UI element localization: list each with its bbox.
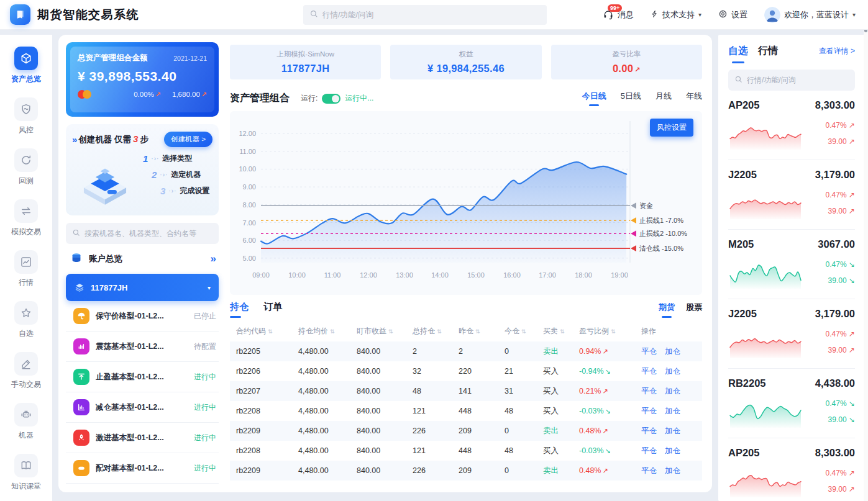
cell-ratio: -0.03%↘	[579, 446, 641, 455]
sort-icon[interactable]: ⇅	[388, 328, 393, 335]
tab-今日线[interactable]: 今日线	[582, 91, 606, 106]
tab-持仓[interactable]: 持仓	[230, 301, 249, 318]
column-header[interactable]: 盈亏比例⇅	[579, 326, 641, 336]
sort-icon[interactable]: ⇅	[521, 328, 526, 335]
quote-card[interactable]: J22053,179.000.47% ↗39.00 ↗	[728, 299, 855, 369]
add-position-link[interactable]: 加仓	[665, 446, 680, 456]
tab-年线[interactable]: 年线	[686, 91, 702, 106]
close-position-link[interactable]: 平仓	[641, 446, 657, 456]
close-position-link[interactable]: 平仓	[641, 366, 657, 377]
quote-card[interactable]: RB22054,438.000.47% ↘39.00 ↘	[728, 369, 855, 438]
user-menu[interactable]: 欢迎你，蓝蓝设计 ▾	[764, 7, 856, 23]
quote-price: 8,303.00	[815, 447, 855, 459]
column-header[interactable]: 持仓均价⇅	[298, 326, 357, 336]
chart-bars-icon	[73, 399, 89, 415]
add-position-link[interactable]: 加仓	[665, 406, 680, 417]
quote-card[interactable]: AP2058,303.000.47% ↗39.00 ↗	[728, 438, 855, 501]
tab-5日线[interactable]: 5日线	[621, 91, 641, 106]
cell-actions: 平仓加仓	[641, 446, 696, 456]
tab-自选[interactable]: 自选	[728, 45, 748, 63]
svg-text:15:00: 15:00	[467, 271, 485, 279]
search-icon	[309, 9, 318, 20]
tab-月线[interactable]: 月线	[656, 91, 672, 106]
support-menu[interactable]: 技术支持 ▾	[651, 9, 701, 20]
close-position-link[interactable]: 平仓	[641, 346, 657, 357]
sort-icon[interactable]: ⇅	[330, 328, 335, 335]
quote-symbol: J2205	[728, 308, 757, 320]
quote-card[interactable]: AP2058,303.000.47% ↗39.00 ↗	[728, 91, 855, 160]
sidebar-item-label: 自选	[19, 328, 34, 339]
robot-list-item[interactable]: 保守价格型-01-L2...已停止	[66, 301, 219, 332]
robot-search-input[interactable]	[85, 229, 212, 238]
cell-avg-price: 4,480.00	[298, 367, 357, 376]
view-details-link[interactable]: 查看详情 >	[819, 46, 855, 62]
global-search-input[interactable]	[322, 11, 541, 19]
messages-button[interactable]: 99+ 消息	[603, 9, 634, 20]
sidebar-item-assets[interactable]: 资产总览	[0, 42, 52, 89]
sort-icon[interactable]: ⇅	[437, 328, 442, 335]
quote-symbol: AP205	[728, 99, 759, 111]
settings-button[interactable]: 设置	[718, 9, 747, 20]
add-position-link[interactable]: 加仓	[665, 466, 680, 476]
robot-icon	[14, 403, 38, 427]
tab-订单[interactable]: 订单	[263, 301, 282, 318]
tab-期货[interactable]: 期货	[659, 302, 675, 318]
quote-card[interactable]: M2053067.000.47% ↘39.00 ↘	[728, 230, 855, 299]
column-header[interactable]: 总持仓⇅	[413, 326, 459, 336]
column-header[interactable]: 今仓⇅	[505, 326, 543, 336]
add-position-link[interactable]: 加仓	[665, 386, 680, 397]
active-account-selector[interactable]: 117877JH ▾	[66, 274, 219, 301]
robot-list-item[interactable]: 震荡基本型-01-L2...待配置	[66, 332, 219, 362]
close-position-link[interactable]: 平仓	[641, 386, 657, 397]
column-header[interactable]: 合约代码⇅	[236, 326, 298, 336]
cell-avg-price: 4,480.00	[298, 466, 357, 475]
add-position-link[interactable]: 加仓	[665, 366, 680, 377]
add-position-link[interactable]: 加仓	[665, 346, 680, 357]
tab-行情[interactable]: 行情	[758, 45, 778, 63]
sidebar-item-courses[interactable]: 知识课堂	[0, 449, 52, 496]
close-position-link[interactable]: 平仓	[641, 406, 657, 417]
robot-list-item[interactable]: 减仓基本型-01-L2...进行中	[66, 392, 219, 423]
tab-股票[interactable]: 股票	[686, 302, 702, 318]
sidebar-item-label: 行情	[19, 278, 34, 288]
robot-list-item[interactable]: 止盈基本型-01-L2...进行中	[66, 362, 219, 392]
quotes-tabs: 自选行情	[728, 45, 778, 63]
risk-settings-button[interactable]: 风控设置	[650, 119, 693, 137]
svg-text:10:00: 10:00	[288, 271, 306, 279]
robot-search[interactable]	[66, 223, 219, 244]
svg-text:16:00: 16:00	[503, 271, 521, 279]
sidebar-item-robots[interactable]: 机器	[0, 399, 52, 445]
add-position-link[interactable]: 加仓	[665, 426, 680, 436]
sidebar-item-label: 手动交易	[11, 379, 41, 390]
page-scrollbar[interactable]	[864, 0, 868, 501]
global-search[interactable]	[303, 5, 547, 25]
column-header[interactable]: 买卖⇅	[543, 326, 579, 336]
quotes-search-input[interactable]	[747, 76, 849, 84]
sidebar-item-watchlist[interactable]: 自选	[0, 297, 52, 343]
sort-icon[interactable]: ⇅	[560, 328, 565, 335]
quote-card[interactable]: J22053,179.000.47% ↗39.00 ↗	[728, 160, 855, 230]
arrow-up-icon: ↗	[849, 121, 855, 130]
account-overview-row[interactable]: 账户总览 »	[66, 244, 219, 274]
column-header[interactable]: 昨仓⇅	[459, 326, 505, 336]
sort-icon[interactable]: ⇅	[475, 328, 480, 335]
sort-icon[interactable]: ⇅	[268, 328, 273, 335]
sidebar-item-backtest[interactable]: 回测	[0, 144, 52, 191]
avatar	[764, 7, 780, 23]
create-robot-button[interactable]: 创建机器 >	[164, 132, 212, 147]
robot-list-item[interactable]: 配对基本型-01-L2...进行中	[66, 453, 219, 484]
column-header[interactable]: 盯市收益⇅	[357, 326, 413, 336]
close-position-link[interactable]: 平仓	[641, 466, 657, 476]
stat-value: ¥ 19,984,255.46	[427, 63, 505, 74]
sidebar-item-manual-trade[interactable]: 手动交易	[0, 348, 52, 394]
svg-text:19:00: 19:00	[611, 271, 628, 279]
sidebar-item-sim-trade[interactable]: 模拟交易	[0, 195, 52, 241]
cell-actions: 平仓加仓	[641, 466, 696, 476]
robot-list-item[interactable]: 激进基本型-01-L2...进行中	[66, 423, 219, 453]
sidebar-item-market[interactable]: 行情	[0, 246, 52, 292]
sort-icon[interactable]: ⇅	[611, 328, 616, 335]
run-toggle[interactable]	[322, 94, 340, 104]
sidebar-item-risk[interactable]: 风控	[0, 93, 52, 140]
quotes-search[interactable]	[728, 70, 855, 91]
close-position-link[interactable]: 平仓	[641, 426, 657, 436]
